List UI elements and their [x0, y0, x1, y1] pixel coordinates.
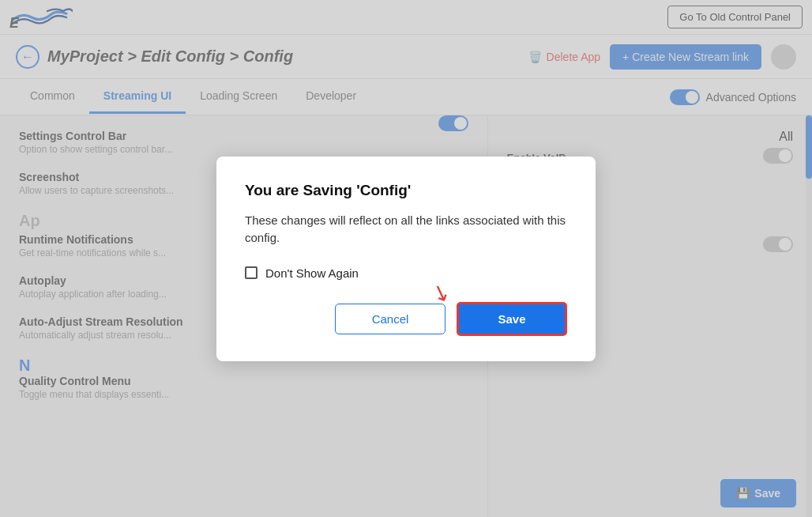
- modal-description: These changes will reflect on all the li…: [245, 212, 567, 247]
- dont-show-again-checkbox[interactable]: [245, 266, 258, 279]
- modal-title: You are Saving 'Config': [245, 182, 567, 199]
- modal-save-button[interactable]: Save: [457, 302, 567, 336]
- modal-buttons: ↘ Cancel Save: [245, 302, 567, 336]
- modal: You are Saving 'Config' These changes wi…: [216, 157, 596, 361]
- modal-checkbox-row: Don't Show Again: [245, 266, 567, 280]
- modal-overlay: You are Saving 'Config' These changes wi…: [0, 0, 812, 517]
- modal-cancel-button[interactable]: Cancel: [335, 304, 445, 334]
- dont-show-again-label: Don't Show Again: [265, 266, 359, 280]
- red-arrow-indicator: ↘: [428, 277, 454, 308]
